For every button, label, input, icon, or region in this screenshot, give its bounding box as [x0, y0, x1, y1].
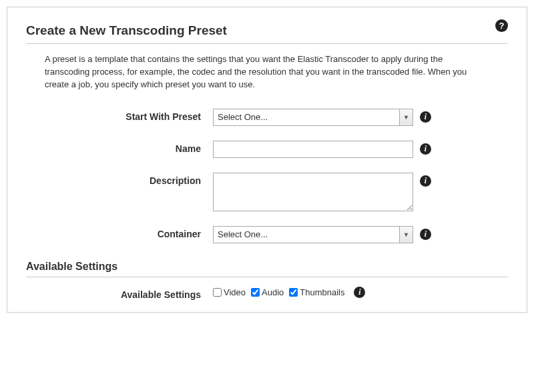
page-help-button[interactable]: ?	[495, 19, 508, 32]
checkbox-thumbnails[interactable]	[289, 288, 298, 297]
checkbox-audio-label: Audio	[262, 287, 284, 297]
info-icon[interactable]: i	[420, 111, 431, 123]
info-icon[interactable]: i	[420, 143, 431, 155]
row-container: Container Select One... ▼ i	[26, 226, 508, 243]
page-title: Create a New Transcoding Preset	[26, 23, 508, 38]
name-input[interactable]	[213, 141, 413, 158]
settings-divider	[26, 277, 508, 277]
checkbox-audio[interactable]	[251, 288, 260, 297]
row-description: Description i	[26, 173, 508, 211]
checkbox-item-video[interactable]: Video	[213, 287, 246, 297]
checkbox-item-audio[interactable]: Audio	[251, 287, 284, 297]
checkbox-video-label: Video	[224, 287, 246, 297]
select-start-with-preset[interactable]: Select One... ▼	[213, 109, 413, 126]
checkbox-item-thumbnails[interactable]: Thumbnails	[289, 287, 344, 297]
checkbox-video[interactable]	[213, 288, 222, 297]
label-name: Name	[26, 141, 213, 154]
chevron-down-icon: ▼	[399, 109, 413, 125]
help-icon: ?	[495, 19, 508, 32]
select-container-value: Select One...	[218, 229, 268, 239]
info-icon[interactable]: i	[420, 229, 431, 240]
title-divider	[26, 43, 508, 44]
info-icon[interactable]: i	[354, 287, 365, 298]
label-container: Container	[26, 226, 213, 239]
label-description: Description	[26, 173, 213, 186]
info-icon[interactable]: i	[420, 175, 431, 187]
select-container[interactable]: Select One... ▼	[213, 226, 413, 243]
row-start-with-preset: Start With Preset Select One... ▼ i	[26, 109, 508, 126]
checkbox-thumbnails-label: Thumbnails	[300, 287, 344, 297]
available-settings-heading: Available Settings	[26, 261, 508, 273]
description-input[interactable]	[213, 173, 413, 211]
available-settings-checkboxes: Video Audio Thumbnails i	[213, 287, 365, 298]
select-start-with-preset-value: Select One...	[218, 112, 268, 122]
row-available-settings: Available Settings Video Audio Thumbnail…	[26, 287, 508, 300]
label-available-settings: Available Settings	[26, 287, 213, 300]
row-name: Name i	[26, 141, 508, 158]
intro-text: A preset is a template that contains the…	[45, 53, 485, 91]
chevron-down-icon: ▼	[399, 227, 413, 243]
create-preset-panel: ? Create a New Transcoding Preset A pres…	[7, 7, 527, 313]
label-start-with-preset: Start With Preset	[26, 109, 213, 122]
